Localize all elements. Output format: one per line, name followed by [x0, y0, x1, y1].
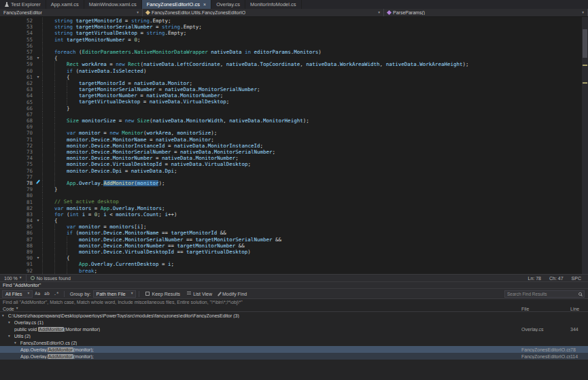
zoom-dropdown[interactable]: 100 % ▾: [0, 275, 27, 281]
code-line-83[interactable]: 83for (int i = 0; i < monitors.Count; i+…: [0, 211, 588, 218]
code-line-82[interactable]: 82var monitors = App.Overlay.Monitors;: [0, 205, 588, 211]
project-dropdown[interactable]: FancyZonesEditor ▾: [0, 9, 143, 16]
tab-mainwindow-xaml-cs[interactable]: MainWindow.xaml.cs: [84, 0, 142, 9]
modify-find-label: Modify Find: [222, 292, 247, 296]
result-row[interactable]: public void AddMonitor(Monitor monitor)O…: [0, 326, 588, 332]
code-line-65[interactable]: 65targetVirtualDesktop = nativeData.Virt…: [0, 99, 588, 105]
code-line-75[interactable]: 75monitor.Device.VirtualDesktopId = nati…: [0, 161, 588, 167]
match-case-icon[interactable]: Aa: [33, 291, 42, 296]
list-view-button[interactable]: List View: [184, 292, 215, 296]
type-dropdown[interactable]: FancyZonesEditor.Utils.FancyZonesEditorI…: [143, 9, 384, 16]
result-label: C:\Users\zhaopengwang\Desktop\powertoys\…: [8, 313, 239, 318]
match-whole-word-icon[interactable]: ab: [42, 291, 52, 296]
close-icon[interactable]: ×: [203, 2, 206, 7]
code-line-76[interactable]: 76monitor.Device.Dpi = nativeData.Dpi;: [0, 168, 588, 174]
code-line-54[interactable]: 54string targetVirtualDesktop = string.E…: [0, 30, 588, 36]
code-line-79[interactable]: 79}: [0, 186, 588, 192]
code-line-77[interactable]: 77: [0, 174, 588, 180]
expander-chevron-icon[interactable]: ▾: [2, 313, 4, 317]
code-line-73[interactable]: 73monitor.Device.MonitorSerialNumber = n…: [0, 149, 588, 155]
code-text: }: [42, 186, 588, 192]
expander-chevron-icon[interactable]: ▾: [8, 334, 10, 338]
tab-test-explorer[interactable]: Test Explorer: [0, 0, 46, 9]
code-line-55[interactable]: 55int targetMonitorNumber = 0;: [0, 37, 588, 43]
column-file[interactable]: File: [521, 307, 570, 311]
code-line-62[interactable]: 62targetMonitorId = nativeData.Monitor;: [0, 80, 588, 86]
member-dropdown[interactable]: ParseParams() ▾: [384, 9, 588, 16]
result-row[interactable]: App.Overlay.AddMonitor(monitor);FancyZon…: [0, 353, 588, 360]
tab-overlay-cs[interactable]: Overlay.cs: [211, 0, 245, 9]
code-line-84[interactable]: 84▾{: [0, 218, 588, 224]
whitespace-indicator[interactable]: SPC: [572, 276, 581, 281]
code-line-88[interactable]: 88monitor.Device.MonitorNumber == target…: [0, 243, 588, 249]
code-line-80[interactable]: 80: [0, 192, 588, 198]
code-line-56[interactable]: 56: [0, 43, 588, 49]
column-code[interactable]: Code ▾: [0, 307, 521, 311]
code-line-71[interactable]: 71monitor.Device.MonitorName = nativeDat…: [0, 137, 588, 143]
code-text: monitor.Device.MonitorSerialNumber == ta…: [42, 237, 588, 243]
code-line-66[interactable]: 66}: [0, 105, 588, 111]
result-group-row[interactable]: ▾Overlay.cs (1): [0, 319, 588, 326]
fold-chevron-icon[interactable]: ▾: [34, 74, 42, 80]
scope-dropdown[interactable]: All Files ▾: [2, 290, 33, 298]
code-line-52[interactable]: 52string targetMonitorId = string.Empty;: [0, 18, 588, 24]
code-line-60[interactable]: 60if (nativeData.IsSelected): [0, 68, 588, 74]
code-line-63[interactable]: 63targetMonitorSerialNumber = nativeData…: [0, 86, 588, 92]
column-line[interactable]: Line: [570, 307, 588, 311]
code-line-64[interactable]: 64targetMonitorNumber = nativeData.Monit…: [0, 92, 588, 99]
line-number: 71: [0, 137, 34, 143]
modify-find-button[interactable]: Modify Find: [215, 292, 250, 296]
code-line-87[interactable]: 87monitor.Device.MonitorSerialNumber == …: [0, 237, 588, 243]
code-editor[interactable]: 52string targetMonitorId = string.Empty;…: [0, 17, 588, 274]
line-number: 73: [0, 149, 34, 155]
vertical-scrollbar[interactable]: [582, 17, 588, 274]
expander-chevron-icon[interactable]: ▾: [8, 320, 10, 324]
code-line-67[interactable]: 67: [0, 111, 588, 118]
line-number: 67: [0, 111, 34, 118]
result-group-row[interactable]: ▾FancyZonesEditorIO.cs (2): [0, 339, 588, 346]
test-flask-icon: [5, 2, 9, 7]
tab-monitorinfomodel-cs[interactable]: MonitorInfoModel.cs: [245, 0, 302, 9]
result-group-row[interactable]: ▾Utils (2): [0, 332, 588, 339]
result-line: 78: [570, 347, 588, 352]
scrollbar-thumb[interactable]: [583, 29, 587, 58]
code-line-86[interactable]: 86if (monitor.Device.MonitorName == targ…: [0, 230, 588, 236]
code-line-57[interactable]: 57foreach (EditorParameters.NativeMonito…: [0, 49, 588, 55]
code-line-91[interactable]: 91App.Overlay.CurrentDesktop = i;: [0, 261, 588, 267]
tab-app-xaml-cs[interactable]: App.xaml.cs: [46, 0, 84, 9]
search-find-results-input[interactable]: [507, 292, 577, 296]
search-find-results-box[interactable]: [504, 290, 585, 298]
line-number: 85: [0, 224, 34, 230]
fold-chevron-icon[interactable]: ▾: [34, 218, 42, 224]
line-number: 57: [0, 49, 34, 55]
code-line-61[interactable]: 61▾{: [0, 74, 588, 80]
code-line-70[interactable]: 70var monitor = new Monitor(workArea, mo…: [0, 130, 588, 136]
code-line-81[interactable]: 81// Set active desktop: [0, 198, 588, 205]
result-group-row[interactable]: ▾C:\Users\zhaopengwang\Desktop\powertoys…: [0, 312, 588, 319]
result-row[interactable]: App.Overlay.AddMonitor(monitor);FancyZon…: [0, 346, 588, 353]
expander-chevron-icon[interactable]: ▾: [14, 341, 16, 345]
code-line-58[interactable]: 58▾{: [0, 55, 588, 61]
code-line-69[interactable]: 69: [0, 124, 588, 130]
code-line-92[interactable]: 92break;: [0, 268, 588, 274]
code-line-89[interactable]: 89monitor.Device.VirtualDesktopId == tar…: [0, 249, 588, 255]
code-line-78[interactable]: 78App.Overlay.AddMonitor(monitor);: [0, 180, 588, 186]
chevron-down-icon: ▾: [20, 276, 22, 280]
code-line-72[interactable]: 72monitor.Device.MonitorInstanceId = nat…: [0, 143, 588, 149]
line-indicator[interactable]: Ln: 78: [528, 276, 541, 281]
keep-results-toggle[interactable]: Keep Results: [142, 292, 184, 296]
tab-fancyzoneseditorio-cs[interactable]: FancyZonesEditorIO.cs×: [142, 0, 211, 9]
code-line-59[interactable]: 59Rect workArea = new Rect(nativeData.Le…: [0, 61, 588, 67]
fold-chevron-icon[interactable]: ▾: [34, 255, 42, 261]
code-line-90[interactable]: 90▾{: [0, 255, 588, 261]
document-health-indicator[interactable]: No issues found: [27, 276, 75, 281]
line-number: 84: [0, 218, 34, 224]
code-line-85[interactable]: 85var monitor = monitors[i];: [0, 224, 588, 230]
code-line-53[interactable]: 53string targetMonitorSerialNumber = str…: [0, 24, 588, 30]
group-by-dropdown[interactable]: Path then File ▾: [93, 290, 137, 298]
column-indicator[interactable]: Ch: 47: [549, 276, 564, 281]
fold-chevron-icon[interactable]: ▾: [34, 55, 42, 61]
code-line-74[interactable]: 74monitor.Device.MonitorNumber = nativeD…: [0, 155, 588, 161]
regex-icon[interactable]: .*: [52, 291, 61, 296]
code-line-68[interactable]: 68Size monitorSize = new Size(nativeData…: [0, 118, 588, 124]
